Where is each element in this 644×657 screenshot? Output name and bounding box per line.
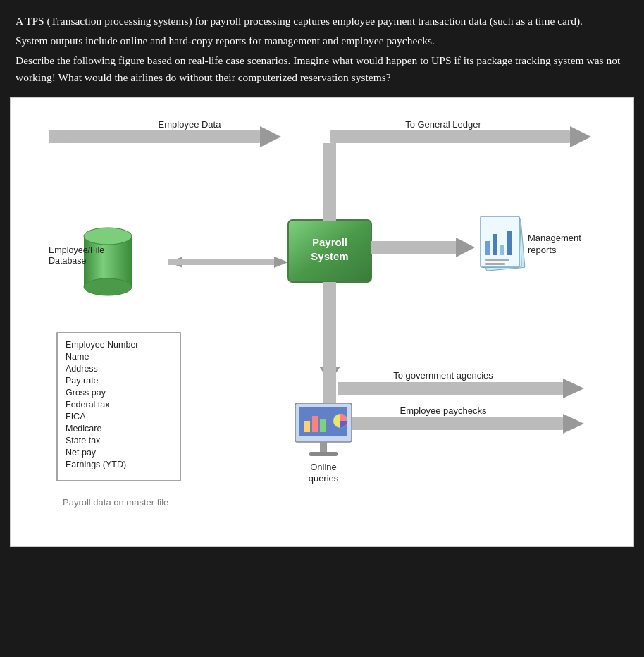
paychecks-label: Employee paychecks — [400, 405, 487, 416]
svg-rect-5 — [49, 130, 260, 143]
svg-marker-32 — [563, 379, 584, 398]
svg-marker-6 — [260, 126, 281, 147]
data-item-4: Pay rate — [66, 376, 99, 386]
svg-rect-17 — [323, 143, 336, 221]
svg-rect-27 — [500, 245, 504, 255]
payroll-system-label: Payroll — [312, 236, 347, 248]
svg-rect-26 — [493, 234, 497, 255]
paragraph-2: System outputs include online and hard-c… — [16, 32, 628, 49]
paragraph-3: Describe the following figure based on r… — [16, 52, 628, 86]
paragraph-1: A TPS (Transaction processing systems) f… — [16, 13, 628, 30]
svg-rect-42 — [320, 442, 327, 452]
svg-rect-39 — [312, 416, 318, 432]
bottom-label: Payroll data on master file — [63, 497, 168, 508]
svg-point-12 — [84, 278, 132, 295]
svg-rect-38 — [304, 421, 310, 432]
data-item-10: Net pay — [66, 448, 97, 458]
data-item-3: Address — [66, 364, 98, 374]
svg-rect-33 — [338, 417, 563, 430]
db-label: Employee/File — [49, 245, 104, 255]
general-ledger-label: To General Ledger — [405, 119, 481, 130]
online-queries-label: Online — [310, 462, 337, 472]
diagram-svg: Employee Data To General — [27, 111, 635, 534]
data-item-11: Earnings (YTD) — [66, 460, 126, 469]
diagram-container: Employee Data To General — [10, 97, 634, 547]
employee-data-label: Employee Data — [159, 119, 222, 130]
svg-rect-31 — [338, 382, 563, 395]
svg-rect-43 — [309, 452, 338, 456]
online-queries-label2: queries — [309, 473, 339, 484]
svg-rect-28 — [507, 231, 512, 255]
data-item-8: Medicare — [66, 424, 101, 434]
svg-rect-8 — [330, 130, 570, 143]
svg-rect-18 — [323, 282, 336, 367]
db-label2: Database — [49, 256, 87, 266]
govt-agencies-label: To government agencies — [393, 370, 493, 381]
svg-marker-21 — [456, 238, 475, 257]
mgmt-reports-label: Management — [528, 233, 581, 243]
payroll-system-label2: System — [311, 250, 348, 262]
svg-rect-40 — [320, 419, 326, 432]
svg-rect-30 — [485, 263, 505, 265]
svg-rect-14 — [168, 259, 274, 265]
data-item-6: Federal tax — [66, 400, 110, 410]
data-item-7: FICA — [66, 412, 86, 422]
svg-marker-9 — [570, 126, 591, 147]
svg-marker-15 — [274, 257, 288, 268]
data-item-1: Employee Number — [66, 340, 139, 350]
data-item-2: Name — [66, 352, 89, 362]
svg-point-11 — [84, 228, 132, 245]
mgmt-reports-label2: reports — [528, 245, 557, 255]
svg-rect-29 — [485, 259, 509, 261]
svg-marker-34 — [563, 414, 584, 434]
svg-rect-25 — [485, 241, 490, 255]
top-text-section: A TPS (Transaction processing systems) f… — [0, 0, 644, 97]
data-item-5: Gross pay — [66, 388, 106, 398]
svg-rect-20 — [371, 241, 456, 254]
data-item-9: State tax — [66, 436, 101, 446]
